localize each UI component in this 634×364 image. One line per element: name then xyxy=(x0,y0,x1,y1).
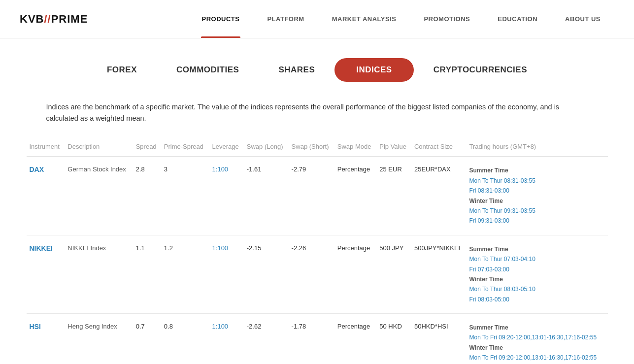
trading-hours-td: Summer Time Mon To Thur 08:31-03:55 Fri … xyxy=(466,157,607,235)
pip-value-cell: 25 EUR xyxy=(376,157,411,235)
nav-links: PRODUCTS PLATFORM MARKET ANALYSIS PROMOT… xyxy=(188,0,614,38)
navbar: KVB//PRIME PRODUCTS PLATFORM MARKET ANAL… xyxy=(0,0,634,38)
tab-shares[interactable]: SHARES xyxy=(259,58,334,82)
nav-item-platform[interactable]: PLATFORM xyxy=(253,0,318,38)
pip-value-cell: 500 JPY xyxy=(376,235,411,313)
tab-commodities[interactable]: COMMODITIES xyxy=(157,58,259,82)
leverage-cell: 1:100 xyxy=(209,157,244,235)
spread-cell: 0.7 xyxy=(133,314,161,364)
trading-hours-cell: Summer Time Mon To Thur 08:31-03:55 Fri … xyxy=(469,165,604,226)
swap-long-cell: -1.61 xyxy=(244,157,289,235)
trading-hours-td: Summer Time Mon To Thur 07:03-04:10 Fri … xyxy=(466,235,607,313)
instrument-cell[interactable]: HSI xyxy=(27,314,65,364)
prime-spread-cell: 1.2 xyxy=(161,235,209,313)
swap-short-cell: -2.26 xyxy=(289,235,334,313)
table-row: DAX German Stock Index 2.8 3 1:100 -1.61… xyxy=(27,157,608,235)
trading-hours-cell: Summer Time Mon To Fri 09:20-12:00,13:01… xyxy=(469,323,604,363)
swap-long-cell: -2.62 xyxy=(244,314,289,364)
tab-forex[interactable]: FOREX xyxy=(87,58,157,82)
swap-short-cell: -2.79 xyxy=(289,157,334,235)
description-cell: NIKKEI Index xyxy=(65,235,133,313)
contract-size-cell: 50HKD*HSI xyxy=(411,314,467,364)
swap-long-cell: -2.15 xyxy=(244,235,289,313)
instrument-cell[interactable]: DAX xyxy=(27,157,65,235)
trading-hours-cell: Summer Time Mon To Thur 07:03-04:10 Fri … xyxy=(469,244,604,304)
trading-hours-td: Summer Time Mon To Fri 09:20-12:00,13:01… xyxy=(466,314,607,364)
nav-item-about-us[interactable]: ABOUT US xyxy=(551,0,614,38)
logo[interactable]: KVB//PRIME xyxy=(20,13,88,26)
logo-slash: // xyxy=(44,13,51,25)
indices-description: Indices are the benchmark of a specific … xyxy=(27,101,608,124)
pip-value-cell: 50 HKD xyxy=(376,314,411,364)
col-trading-hours: Trading hours (GMT+8) xyxy=(466,139,607,157)
instrument-cell[interactable]: NIKKEI xyxy=(27,235,65,313)
tab-cryptocurrencies[interactable]: CRYPTOCURRENCIES xyxy=(414,58,547,82)
col-prime-spread: Prime-Spread xyxy=(161,139,209,157)
col-pip-value: Pip Value xyxy=(376,139,411,157)
logo-kvb: KVB xyxy=(20,13,44,25)
swap-mode-cell: Percentage xyxy=(334,314,377,364)
swap-mode-cell: Percentage xyxy=(334,235,377,313)
logo-prime: PRIME xyxy=(51,13,88,25)
col-spread: Spread xyxy=(133,139,161,157)
table-row: HSI Heng Seng Index 0.7 0.8 1:100 -2.62 … xyxy=(27,314,608,364)
spread-cell: 1.1 xyxy=(133,235,161,313)
col-instrument: Instrument xyxy=(27,139,65,157)
description-cell: German Stock Index xyxy=(65,157,133,235)
col-description: Description xyxy=(65,139,133,157)
contract-size-cell: 25EUR*DAX xyxy=(411,157,467,235)
contract-size-cell: 500JPY*NIKKEI xyxy=(411,235,467,313)
nav-item-products[interactable]: PRODUCTS xyxy=(188,0,253,38)
col-swap-mode: Swap Mode xyxy=(334,139,377,157)
col-swap-long: Swap (Long) xyxy=(244,139,289,157)
description-cell: Heng Seng Index xyxy=(65,314,133,364)
swap-short-cell: -1.78 xyxy=(289,314,334,364)
indices-table: Instrument Description Spread Prime-Spre… xyxy=(27,139,608,364)
leverage-cell: 1:100 xyxy=(209,235,244,313)
nav-item-promotions[interactable]: PROMOTIONS xyxy=(410,0,484,38)
indices-table-container: Instrument Description Spread Prime-Spre… xyxy=(17,139,618,364)
prime-spread-cell: 3 xyxy=(161,157,209,235)
col-swap-short: Swap (Short) xyxy=(289,139,334,157)
nav-item-education[interactable]: EDUCATION xyxy=(484,0,551,38)
swap-mode-cell: Percentage xyxy=(334,157,377,235)
tab-indices[interactable]: INDICES xyxy=(334,58,413,82)
product-tabs: FOREX COMMODITIES SHARES INDICES CRYPTOC… xyxy=(0,38,634,92)
table-row: NIKKEI NIKKEI Index 1.1 1.2 1:100 -2.15 … xyxy=(27,235,608,313)
col-contract-size: Contract Size xyxy=(411,139,467,157)
prime-spread-cell: 0.8 xyxy=(161,314,209,364)
col-leverage: Leverage xyxy=(209,139,244,157)
table-header-row: Instrument Description Spread Prime-Spre… xyxy=(27,139,608,157)
nav-item-market-analysis[interactable]: MARKET ANALYSIS xyxy=(318,0,410,38)
spread-cell: 2.8 xyxy=(133,157,161,235)
leverage-cell: 1:100 xyxy=(209,314,244,364)
